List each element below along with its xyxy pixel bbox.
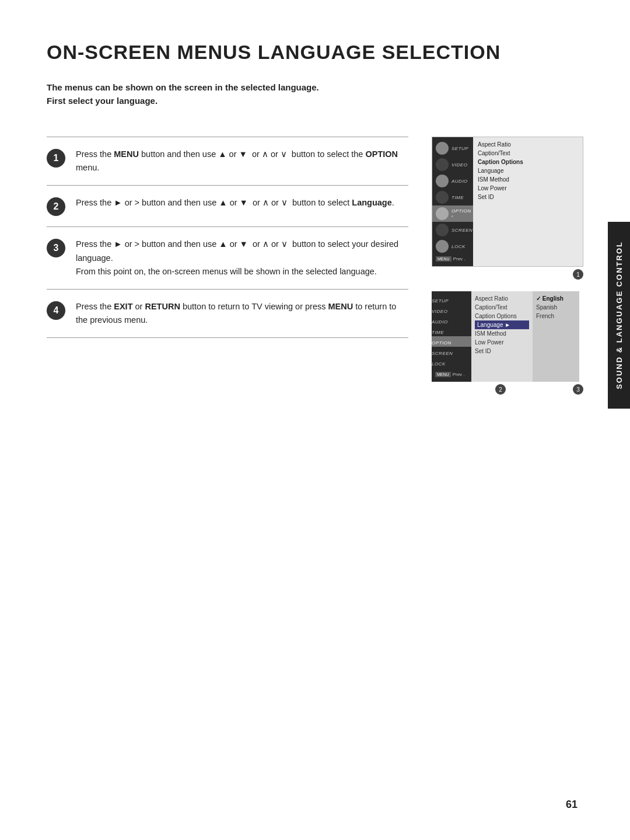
menu-right-1: Aspect Ratio Caption/Text Caption Option… bbox=[473, 137, 583, 266]
diagrams-column: SETUP VIDEO AUDIO TIME OPTION › SCREEN L… bbox=[432, 137, 583, 395]
step-1: 1 Press the MENU button and then use ▲ o… bbox=[47, 137, 408, 185]
diagram-2: SETUP VIDEO AUDIO TIME OPTION SCREEN LOC… bbox=[432, 291, 583, 395]
step-number-1: 1 bbox=[47, 149, 65, 168]
page-title: On-Screen Menus Language Selection bbox=[47, 41, 583, 64]
menu-right-item: Language bbox=[478, 166, 578, 175]
menu-right-2: ✓ English Spanish French bbox=[533, 291, 579, 382]
menu-left-1: SETUP VIDEO AUDIO TIME OPTION › SCREEN L… bbox=[432, 137, 473, 266]
menu-mid-item: Low Power bbox=[475, 338, 529, 347]
step-number-3: 3 bbox=[47, 239, 65, 257]
step-4: 4 Press the EXIT or RETURN button to ret… bbox=[47, 289, 408, 338]
side-tab-label: Sound & Language Control bbox=[615, 241, 624, 389]
menu-right2-item-english: ✓ English bbox=[536, 294, 576, 303]
step-text-1: Press the MENU button and then use ▲ or … bbox=[76, 148, 408, 175]
menu-mid-item: Caption Options bbox=[475, 312, 529, 320]
menu-right2-item-french: French bbox=[536, 312, 576, 320]
menu-right-item: Caption Options bbox=[478, 158, 578, 166]
menu-right-item: Low Power bbox=[478, 184, 578, 193]
menu-mid-item: ISM Method bbox=[475, 329, 529, 338]
menu-right-item: Caption/Text bbox=[478, 149, 578, 158]
step-number-2: 2 bbox=[47, 197, 65, 216]
menu-right-item: ISM Method bbox=[478, 175, 578, 184]
page-container: Sound & Language Control On-Screen Menus… bbox=[0, 0, 630, 840]
diagram-1: SETUP VIDEO AUDIO TIME OPTION › SCREEN L… bbox=[432, 137, 583, 280]
page-number: 61 bbox=[566, 799, 578, 811]
step-text-3: Press the ► or > button and then use ▲ o… bbox=[76, 238, 408, 278]
steps-column: 1 Press the MENU button and then use ▲ o… bbox=[47, 137, 408, 395]
side-tab: Sound & Language Control bbox=[608, 222, 630, 409]
step-2: 2 Press the ► or > button and then use ▲… bbox=[47, 185, 408, 226]
menu-mid-item-language: Language ► bbox=[475, 320, 529, 329]
diagram-2-badge-3: 3 bbox=[573, 384, 583, 395]
step-3: 3 Press the ► or > button and then use ▲… bbox=[47, 226, 408, 289]
menu-mid-item: Caption/Text bbox=[475, 303, 529, 312]
diagram-2-badges: 2 3 bbox=[432, 382, 583, 395]
content-area: 1 Press the MENU button and then use ▲ o… bbox=[47, 137, 583, 395]
step-number-4: 4 bbox=[47, 301, 65, 320]
menu-mid-item: Set ID bbox=[475, 347, 529, 355]
menu-mid-item: Aspect Ratio bbox=[475, 294, 529, 303]
diagram-2-badge-2: 2 bbox=[495, 384, 506, 395]
menu-mid-2: Aspect Ratio Caption/Text Caption Option… bbox=[471, 291, 533, 382]
diagram-1-badge: 1 bbox=[573, 269, 583, 280]
menu-right2-item-spanish: Spanish bbox=[536, 303, 576, 312]
menu-left-2: SETUP VIDEO AUDIO TIME OPTION SCREEN LOC… bbox=[432, 291, 471, 382]
menu-right-item: Set ID bbox=[478, 193, 578, 201]
step-text-2: Press the ► or > button and then use ▲ o… bbox=[76, 196, 394, 210]
menu-diagram-2: SETUP VIDEO AUDIO TIME OPTION SCREEN LOC… bbox=[432, 291, 583, 382]
intro-text: The menus can be shown on the screen in … bbox=[47, 81, 327, 107]
step-text-4: Press the EXIT or RETURN button to retur… bbox=[76, 300, 408, 327]
menu-right-item: Aspect Ratio bbox=[478, 140, 578, 149]
menu-diagram-1: SETUP VIDEO AUDIO TIME OPTION › SCREEN L… bbox=[432, 137, 583, 267]
